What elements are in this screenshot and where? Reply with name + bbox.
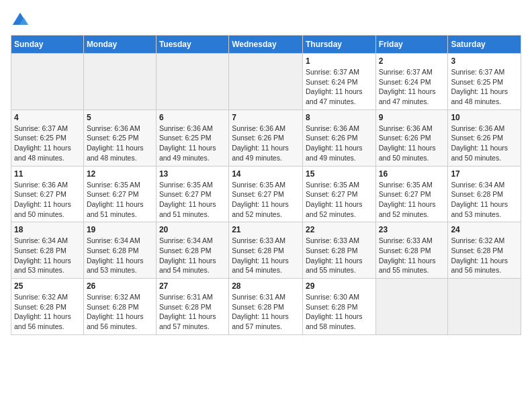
day-info: Sunrise: 6:35 AMSunset: 6:27 PMDaylight:… (87, 180, 153, 220)
day-number: 2 (379, 56, 445, 66)
day-number: 10 (451, 113, 518, 122)
calendar-cell: 5Sunrise: 6:36 AMSunset: 6:25 PMDaylight… (83, 109, 156, 166)
day-number: 4 (14, 113, 81, 122)
day-number: 3 (451, 56, 518, 66)
day-info: Sunrise: 6:33 AMSunset: 6:28 PMDaylight:… (379, 236, 445, 275)
day-info: Sunrise: 6:35 AMSunset: 6:27 PMDaylight:… (232, 180, 300, 220)
calendar-week-4: 18Sunrise: 6:34 AMSunset: 6:28 PMDayligh… (11, 222, 521, 279)
day-info: Sunrise: 6:31 AMSunset: 6:28 PMDaylight:… (159, 292, 226, 332)
calendar-cell (229, 54, 303, 110)
calendar-cell (11, 54, 84, 110)
calendar-cell: 10Sunrise: 6:36 AMSunset: 6:26 PMDayligh… (448, 109, 521, 166)
page-header (11, 11, 521, 30)
calendar-cell: 19Sunrise: 6:34 AMSunset: 6:28 PMDayligh… (83, 222, 156, 279)
day-number: 27 (159, 281, 226, 291)
calendar-cell: 18Sunrise: 6:34 AMSunset: 6:28 PMDayligh… (11, 222, 84, 279)
day-info: Sunrise: 6:34 AMSunset: 6:28 PMDaylight:… (159, 236, 226, 275)
day-info: Sunrise: 6:31 AMSunset: 6:28 PMDaylight:… (232, 292, 300, 332)
day-info: Sunrise: 6:34 AMSunset: 6:28 PMDaylight:… (14, 236, 81, 275)
calendar-cell: 16Sunrise: 6:35 AMSunset: 6:27 PMDayligh… (375, 166, 448, 222)
calendar-cell: 28Sunrise: 6:31 AMSunset: 6:28 PMDayligh… (229, 279, 303, 335)
day-info: Sunrise: 6:36 AMSunset: 6:27 PMDaylight:… (14, 180, 81, 220)
day-number: 8 (306, 113, 373, 122)
day-info: Sunrise: 6:36 AMSunset: 6:26 PMDaylight:… (232, 124, 300, 163)
day-info: Sunrise: 6:34 AMSunset: 6:28 PMDaylight:… (451, 180, 518, 220)
day-number: 19 (87, 225, 153, 234)
day-number: 11 (14, 169, 81, 179)
day-number: 14 (232, 169, 300, 179)
day-number: 6 (159, 113, 226, 122)
calendar-cell: 6Sunrise: 6:36 AMSunset: 6:25 PMDaylight… (156, 109, 228, 166)
day-info: Sunrise: 6:35 AMSunset: 6:27 PMDaylight:… (159, 180, 226, 220)
day-number: 26 (87, 281, 153, 291)
weekday-header-tuesday: Tuesday (156, 36, 228, 54)
day-number: 22 (306, 225, 373, 234)
day-info: Sunrise: 6:32 AMSunset: 6:28 PMDaylight:… (451, 236, 518, 275)
calendar-cell: 7Sunrise: 6:36 AMSunset: 6:26 PMDaylight… (229, 109, 303, 166)
day-number: 17 (451, 169, 518, 179)
day-number: 13 (159, 169, 226, 179)
calendar-cell: 15Sunrise: 6:35 AMSunset: 6:27 PMDayligh… (302, 166, 375, 222)
calendar-cell: 29Sunrise: 6:30 AMSunset: 6:28 PMDayligh… (302, 279, 375, 335)
calendar-week-3: 11Sunrise: 6:36 AMSunset: 6:27 PMDayligh… (11, 166, 521, 222)
day-number: 23 (379, 225, 445, 234)
day-number: 21 (232, 225, 300, 234)
day-info: Sunrise: 6:34 AMSunset: 6:28 PMDaylight:… (87, 236, 153, 275)
calendar-cell: 24Sunrise: 6:32 AMSunset: 6:28 PMDayligh… (448, 222, 521, 279)
day-number: 1 (306, 56, 373, 66)
day-info: Sunrise: 6:36 AMSunset: 6:26 PMDaylight:… (379, 124, 445, 163)
day-number: 20 (159, 225, 226, 234)
day-number: 9 (379, 113, 445, 122)
day-number: 29 (306, 281, 373, 291)
calendar-cell: 9Sunrise: 6:36 AMSunset: 6:26 PMDaylight… (375, 109, 448, 166)
weekday-header-monday: Monday (83, 36, 156, 54)
calendar-cell: 20Sunrise: 6:34 AMSunset: 6:28 PMDayligh… (156, 222, 228, 279)
day-info: Sunrise: 6:35 AMSunset: 6:27 PMDaylight:… (379, 180, 445, 220)
day-info: Sunrise: 6:33 AMSunset: 6:28 PMDaylight:… (232, 236, 300, 275)
calendar-cell: 22Sunrise: 6:33 AMSunset: 6:28 PMDayligh… (302, 222, 375, 279)
day-info: Sunrise: 6:36 AMSunset: 6:25 PMDaylight:… (87, 124, 153, 163)
day-info: Sunrise: 6:37 AMSunset: 6:24 PMDaylight:… (306, 67, 373, 107)
weekday-header-thursday: Thursday (302, 36, 375, 54)
day-info: Sunrise: 6:30 AMSunset: 6:28 PMDaylight:… (306, 292, 373, 332)
calendar-cell: 3Sunrise: 6:37 AMSunset: 6:25 PMDaylight… (448, 54, 521, 110)
calendar-cell (83, 54, 156, 110)
logo-icon (11, 11, 30, 30)
calendar-cell: 27Sunrise: 6:31 AMSunset: 6:28 PMDayligh… (156, 279, 228, 335)
calendar-cell: 1Sunrise: 6:37 AMSunset: 6:24 PMDaylight… (302, 54, 375, 110)
calendar-week-2: 4Sunrise: 6:37 AMSunset: 6:25 PMDaylight… (11, 109, 521, 166)
calendar-week-1: 1Sunrise: 6:37 AMSunset: 6:24 PMDaylight… (11, 54, 521, 110)
calendar-cell: 23Sunrise: 6:33 AMSunset: 6:28 PMDayligh… (375, 222, 448, 279)
day-info: Sunrise: 6:36 AMSunset: 6:26 PMDaylight:… (306, 124, 373, 163)
weekday-header-friday: Friday (375, 36, 448, 54)
logo (11, 11, 32, 30)
day-info: Sunrise: 6:33 AMSunset: 6:28 PMDaylight:… (306, 236, 373, 275)
day-number: 28 (232, 281, 300, 291)
calendar-cell (156, 54, 228, 110)
calendar-cell: 11Sunrise: 6:36 AMSunset: 6:27 PMDayligh… (11, 166, 84, 222)
weekday-header-sunday: Sunday (11, 36, 84, 54)
day-number: 24 (451, 225, 518, 234)
calendar-cell: 4Sunrise: 6:37 AMSunset: 6:25 PMDaylight… (11, 109, 84, 166)
calendar-cell: 17Sunrise: 6:34 AMSunset: 6:28 PMDayligh… (448, 166, 521, 222)
day-number: 15 (306, 169, 373, 179)
calendar-cell: 26Sunrise: 6:32 AMSunset: 6:28 PMDayligh… (83, 279, 156, 335)
calendar-cell: 13Sunrise: 6:35 AMSunset: 6:27 PMDayligh… (156, 166, 228, 222)
calendar-cell (375, 279, 448, 335)
calendar-cell: 25Sunrise: 6:32 AMSunset: 6:28 PMDayligh… (11, 279, 84, 335)
calendar-table: SundayMondayTuesdayWednesdayThursdayFrid… (11, 35, 521, 335)
day-number: 5 (87, 113, 153, 122)
calendar-cell: 8Sunrise: 6:36 AMSunset: 6:26 PMDaylight… (302, 109, 375, 166)
calendar-cell: 2Sunrise: 6:37 AMSunset: 6:24 PMDaylight… (375, 54, 448, 110)
weekday-header-saturday: Saturday (448, 36, 521, 54)
calendar-cell: 21Sunrise: 6:33 AMSunset: 6:28 PMDayligh… (229, 222, 303, 279)
day-info: Sunrise: 6:37 AMSunset: 6:24 PMDaylight:… (379, 67, 445, 107)
day-info: Sunrise: 6:36 AMSunset: 6:26 PMDaylight:… (451, 124, 518, 163)
day-number: 7 (232, 113, 300, 122)
weekday-header-wednesday: Wednesday (229, 36, 303, 54)
day-info: Sunrise: 6:32 AMSunset: 6:28 PMDaylight:… (87, 292, 153, 332)
day-info: Sunrise: 6:37 AMSunset: 6:25 PMDaylight:… (14, 124, 81, 163)
calendar-cell (448, 279, 521, 335)
day-number: 18 (14, 225, 81, 234)
weekday-header-row: SundayMondayTuesdayWednesdayThursdayFrid… (11, 36, 521, 54)
